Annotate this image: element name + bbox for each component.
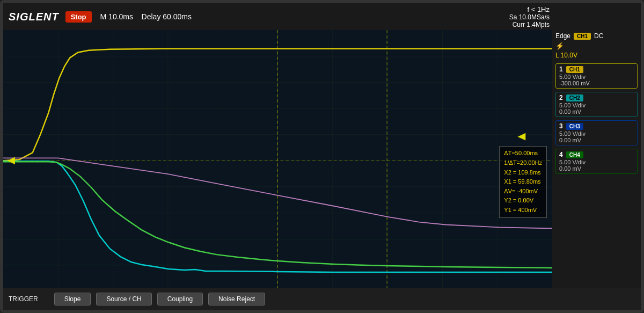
slope-button[interactable]: Slope: [54, 293, 91, 305]
ch1-header: 1 CH1: [559, 65, 634, 73]
oscilloscope: SIGLENT Stop M 10.0ms Delay 60.00ms f < …: [0, 0, 644, 313]
svg-marker-32: [517, 133, 525, 141]
trigger-ch-badge: CH1: [574, 33, 591, 40]
meas-y2: Y2 = 0.00V: [504, 196, 542, 206]
ch2-header: 2 CH2: [559, 94, 634, 101]
coupling-button[interactable]: Coupling: [157, 293, 203, 305]
stop-button[interactable]: Stop: [65, 11, 92, 23]
channel-3-card: 3 CH3 5.00 V/div 0.00 mV: [555, 120, 638, 145]
meas-y1: Y1 = 400mV: [504, 206, 542, 215]
ch4-header: 4 CH4: [559, 151, 634, 158]
meas-delta-t: ΔT=50.00ms: [504, 149, 542, 158]
main-area: ΔT=50.00ms 1/ΔT=20.00Hz X2 = 109.8ms X1 …: [3, 30, 641, 288]
oscilloscope-screen: ΔT=50.00ms 1/ΔT=20.00Hz X2 = 109.8ms X1 …: [3, 30, 552, 288]
ch2-vdiv: 5.00 V/div: [559, 102, 634, 108]
meas-x2: X2 = 109.8ms: [504, 168, 542, 178]
measurements-box: ΔT=50.00ms 1/ΔT=20.00Hz X2 = 109.8ms X1 …: [499, 146, 547, 217]
meas-delta-v: ΔV= -400mV: [504, 187, 542, 196]
brand-logo: SIGLENT: [9, 11, 59, 23]
ch3-header: 3 CH3: [559, 122, 634, 130]
ch4-offset: 0.00 mV: [559, 165, 634, 172]
trigger-level: L 10.0V: [555, 52, 638, 59]
frequency-display: f < 1Hz: [527, 5, 550, 13]
channel-4-card: 4 CH4 5.00 V/div 0.00 mV: [555, 149, 638, 174]
ch3-offset: 0.00 mV: [559, 137, 634, 143]
ch4-badge[interactable]: CH4: [566, 151, 583, 158]
ch3-num: 3: [559, 122, 563, 130]
ch2-offset: 0.00 mV: [559, 108, 634, 115]
bottom-bar: TRIGGER Slope Source / CH Coupling Noise…: [3, 288, 641, 310]
top-bar: SIGLENT Stop M 10.0ms Delay 60.00ms f < …: [3, 3, 641, 30]
ch4-num: 4: [559, 151, 563, 158]
trigger-section: Edge CH1 DC ⚡ L 10.0V: [555, 32, 638, 59]
ch2-badge[interactable]: CH2: [566, 94, 583, 101]
top-right-info: f < 1Hz Sa 10.0MSa/s Curr 1.4Mpts: [509, 5, 550, 28]
channel-1-card: 1 CH1 5.00 V/div -300.00 mV: [555, 63, 638, 89]
edge-icon: ⚡: [555, 42, 564, 50]
ch1-num: 1: [559, 65, 563, 73]
meas-x1: X1 = 59.80ms: [504, 177, 542, 187]
ch1-vdiv: 5.00 V/div: [559, 74, 634, 80]
ch3-badge[interactable]: CH3: [566, 123, 583, 130]
dc-coupling-label: DC: [594, 32, 603, 40]
trigger-label: TRIGGER: [9, 295, 38, 303]
ch3-vdiv: 5.00 V/div: [559, 130, 634, 137]
memory-depth: Curr 1.4Mpts: [513, 21, 550, 28]
meas-inv-delta-t: 1/ΔT=20.00Hz: [504, 158, 542, 168]
timebase-display: M 10.0ms Delay 60.00ms: [100, 12, 192, 21]
edge-label: Edge: [555, 32, 570, 40]
noise-reject-button[interactable]: Noise Reject: [208, 293, 265, 305]
source-button[interactable]: Source / CH: [96, 293, 151, 305]
trigger-level-display: ⚡: [555, 41, 638, 50]
timebase-value: M 10.0ms: [100, 12, 133, 21]
edge-row: Edge CH1 DC: [555, 32, 638, 40]
ch2-num: 2: [559, 94, 563, 101]
waveform-svg: [3, 30, 552, 288]
delay-value: Delay 60.00ms: [142, 12, 192, 21]
sample-rate: Sa 10.0MSa/s: [509, 13, 550, 21]
channel-2-card: 2 CH2 5.00 V/div 0.00 mV: [555, 92, 638, 117]
ch1-badge[interactable]: CH1: [566, 66, 583, 73]
ch4-vdiv: 5.00 V/div: [559, 159, 634, 165]
ch1-offset: -300.00 mV: [559, 80, 634, 86]
right-panel: Edge CH1 DC ⚡ L 10.0V 1 CH1 5.00 V/div -…: [552, 30, 641, 288]
